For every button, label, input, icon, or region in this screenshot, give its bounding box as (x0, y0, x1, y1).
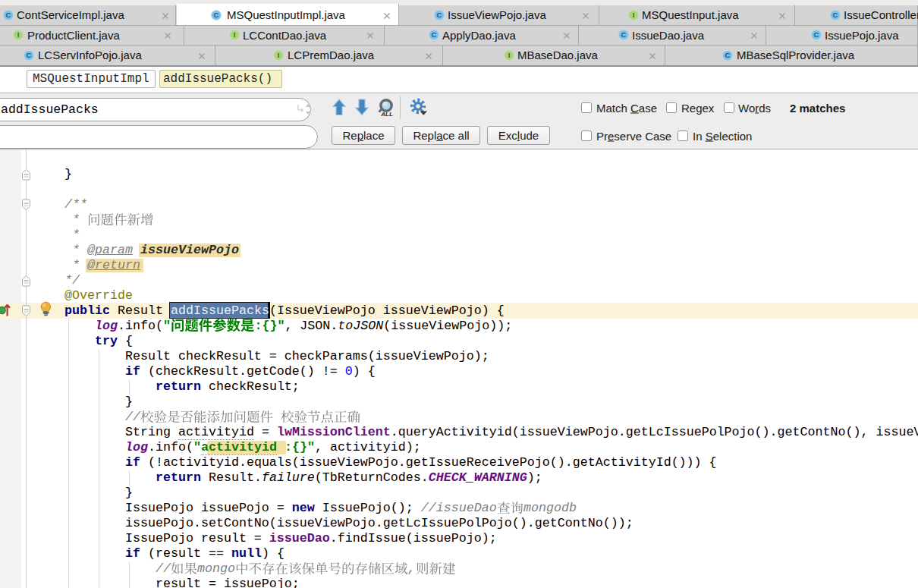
svg-text:C: C (437, 11, 442, 19)
svg-text:C: C (214, 11, 219, 19)
svg-text:I: I (278, 51, 280, 59)
svg-text:C: C (6, 11, 11, 19)
svg-text:C: C (814, 30, 819, 39)
svg-text:I: I (633, 11, 635, 19)
svg-text:C: C (432, 30, 437, 39)
svg-text:C: C (725, 51, 731, 59)
svg-text:C: C (833, 11, 838, 19)
svg-text:I: I (508, 51, 511, 59)
svg-text:I: I (17, 30, 20, 39)
svg-text:ALL: ALL (380, 111, 393, 118)
svg-text:C: C (27, 51, 32, 59)
svg-text:C: C (621, 30, 627, 39)
svg-text:I: I (234, 30, 236, 39)
